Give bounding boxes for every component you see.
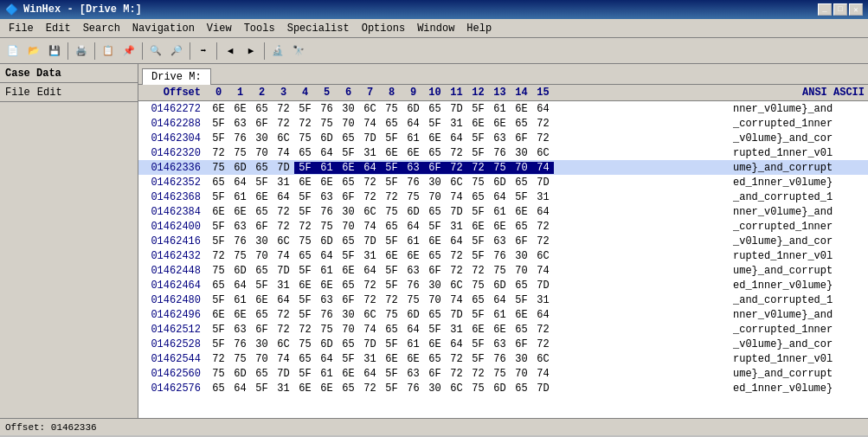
hex-cell[interactable]: 5F — [381, 382, 402, 395]
table-row[interactable]: 014624165F76306C756D657D5F616E645F636F72… — [138, 234, 868, 248]
toolbar-btn-print[interactable]: 🖨️ — [72, 42, 91, 61]
hex-cell[interactable]: 61 — [489, 206, 511, 218]
hex-cell[interactable]: 63 — [489, 132, 511, 145]
hex-cell[interactable]: 75 — [229, 147, 251, 159]
menu-search[interactable]: Search — [78, 21, 125, 36]
hex-cell[interactable]: 65 — [424, 147, 446, 159]
hex-cell[interactable]: 75 — [229, 250, 251, 262]
hex-cell[interactable]: 65 — [381, 118, 402, 130]
hex-cell[interactable]: 5F — [294, 191, 316, 203]
hex-cell[interactable]: 63 — [229, 221, 251, 233]
hex-cell[interactable]: 5F — [208, 324, 229, 336]
hex-cell[interactable]: 76 — [489, 250, 511, 262]
hex-cell[interactable]: 65 — [251, 103, 273, 115]
hex-cell[interactable]: 6E — [511, 309, 532, 321]
table-row[interactable]: 014624327275707465645F316E6E65725F76306C… — [138, 248, 868, 263]
hex-cell[interactable]: 6E — [294, 177, 316, 189]
hex-cell[interactable]: 5F — [208, 294, 229, 306]
hex-cell[interactable]: 72 — [273, 309, 294, 321]
hex-cell[interactable]: 6F — [251, 324, 273, 336]
hex-cell[interactable]: 6E — [251, 191, 273, 203]
hex-cell[interactable]: 5F — [424, 118, 446, 130]
hex-cell[interactable]: 74 — [273, 353, 294, 365]
hex-cell[interactable]: 65 — [338, 132, 359, 145]
hex-cell[interactable]: 64 — [402, 221, 424, 233]
hex-cell[interactable]: 65 — [294, 353, 316, 365]
hex-cell[interactable]: 5F — [381, 368, 402, 380]
hex-cell[interactable]: 6E — [294, 382, 316, 395]
hex-cell[interactable]: 63 — [489, 235, 511, 247]
hex-cell[interactable]: 74 — [446, 191, 467, 203]
hex-cell[interactable]: 72 — [359, 191, 381, 203]
hex-cell[interactable]: 31 — [359, 250, 381, 262]
hex-cell[interactable]: 75 — [316, 324, 338, 336]
hex-cell[interactable]: 64 — [359, 162, 381, 174]
hex-cell[interactable]: 65 — [251, 368, 273, 380]
hex-cell[interactable]: 74 — [532, 368, 554, 380]
hex-cell[interactable]: 6C — [359, 206, 381, 218]
hex-cell[interactable]: 75 — [467, 280, 489, 292]
hex-cell[interactable]: 7D — [446, 206, 467, 218]
hex-cell[interactable]: 6D — [402, 309, 424, 321]
hex-cell[interactable]: 76 — [229, 235, 251, 247]
hex-cell[interactable]: 76 — [402, 382, 424, 395]
hex-cell[interactable]: 61 — [229, 294, 251, 306]
toolbar-btn-search2[interactable]: 🔎 — [167, 42, 186, 61]
hex-cell[interactable]: 72 — [208, 353, 229, 365]
hex-cell[interactable]: 6E — [467, 118, 489, 130]
hex-cell[interactable]: 5F — [294, 206, 316, 218]
hex-cell[interactable]: 31 — [273, 280, 294, 292]
hex-cell[interactable]: 6E — [251, 294, 273, 306]
hex-cell[interactable]: 7D — [273, 368, 294, 380]
hex-cell[interactable]: 6D — [316, 132, 338, 145]
hex-cell[interactable]: 6E — [338, 162, 359, 174]
hex-cell[interactable]: 75 — [381, 103, 402, 115]
hex-cell[interactable]: 70 — [251, 250, 273, 262]
hex-cell[interactable]: 76 — [489, 147, 511, 159]
hex-cell[interactable]: 30 — [338, 206, 359, 218]
hex-cell[interactable]: 5F — [251, 280, 273, 292]
hex-cell[interactable]: 31 — [446, 324, 467, 336]
hex-cell[interactable]: 6D — [229, 368, 251, 380]
hex-cell[interactable]: 74 — [273, 147, 294, 159]
left-edit-menu[interactable]: Edit — [37, 87, 62, 99]
menu-file[interactable]: File — [3, 21, 39, 36]
hex-cell[interactable]: 6E — [338, 368, 359, 380]
hex-cell[interactable]: 65 — [424, 103, 446, 115]
hex-cell[interactable]: 61 — [489, 103, 511, 115]
hex-cell[interactable]: 6E — [316, 177, 338, 189]
hex-cell[interactable]: 64 — [446, 132, 467, 145]
hex-cell[interactable]: 72 — [446, 265, 467, 277]
hex-cell[interactable]: 65 — [208, 280, 229, 292]
hex-cell[interactable]: 6C — [273, 235, 294, 247]
table-row[interactable]: 01462336756D657D5F616E645F636F7272757074… — [138, 160, 868, 175]
toolbar-btn-open[interactable]: 📂 — [24, 42, 43, 61]
close-button[interactable]: ✕ — [849, 3, 863, 16]
hex-cell[interactable]: 64 — [489, 294, 511, 306]
hex-cell[interactable]: 6E — [229, 206, 251, 218]
menu-help[interactable]: Help — [461, 21, 497, 36]
hex-cell[interactable]: 7D — [359, 338, 381, 350]
hex-cell[interactable]: 72 — [532, 221, 554, 233]
hex-cell[interactable]: 76 — [229, 338, 251, 350]
hex-cell[interactable]: 75 — [316, 221, 338, 233]
hex-cell[interactable]: 76 — [489, 353, 511, 365]
hex-cell[interactable]: 72 — [532, 338, 554, 350]
table-row[interactable]: 0146246465645F316E6E65725F76306C756D657D… — [138, 278, 868, 292]
hex-cell[interactable]: 74 — [273, 250, 294, 262]
hex-cell[interactable]: 30 — [511, 147, 532, 159]
hex-cell[interactable]: 5F — [338, 147, 359, 159]
hex-cell[interactable]: 63 — [229, 324, 251, 336]
hex-cell[interactable]: 64 — [316, 250, 338, 262]
hex-cell[interactable]: 30 — [251, 132, 273, 145]
hex-cell[interactable]: 75 — [229, 353, 251, 365]
hex-cell[interactable]: 76 — [229, 132, 251, 145]
hex-cell[interactable]: 75 — [208, 162, 229, 174]
hex-cell[interactable]: 6E — [467, 221, 489, 233]
hex-cell[interactable]: 6E — [294, 280, 316, 292]
hex-cell[interactable]: 6E — [381, 250, 402, 262]
table-row[interactable]: 014622885F636F727275707465645F316E6E6572… — [138, 116, 868, 131]
hex-cell[interactable]: 74 — [359, 118, 381, 130]
hex-cell[interactable]: 72 — [467, 162, 489, 174]
hex-cell[interactable]: 65 — [381, 221, 402, 233]
